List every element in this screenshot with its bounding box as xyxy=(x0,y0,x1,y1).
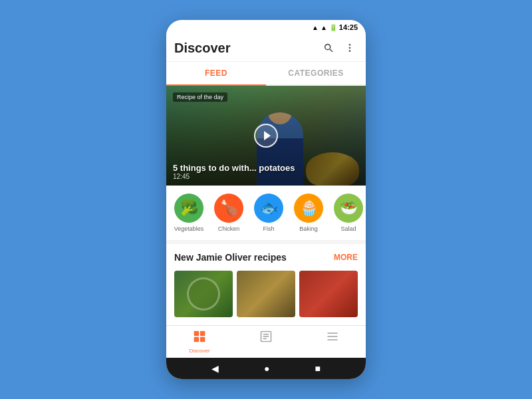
recipe-thumb-2[interactable] xyxy=(237,271,295,317)
signal-icon: ▲ xyxy=(321,24,327,31)
recipes-section-title: New Jamie Oliver recipes xyxy=(174,252,287,263)
menu-nav-icon xyxy=(326,330,339,343)
category-chicken[interactable]: 🍗 Chicken xyxy=(211,194,246,232)
battery-icon: 🔋 xyxy=(329,24,337,31)
category-fish-icon: 🐟 xyxy=(254,194,283,223)
recipe-badge: Recipe of the day xyxy=(173,92,227,102)
app-title: Discover xyxy=(174,41,231,56)
category-baking[interactable]: 🧁 Baking xyxy=(291,194,326,232)
bottom-nav: Discover xyxy=(166,325,366,358)
status-icons: ▲ ▲ 🔋 14:25 xyxy=(312,23,358,31)
nav-recipes[interactable] xyxy=(233,330,299,354)
hero-title: 5 things to do with... potatoes xyxy=(173,163,295,173)
svg-point-3 xyxy=(349,47,351,49)
android-nav: ◀ ● ■ xyxy=(166,358,366,379)
svg-rect-6 xyxy=(200,331,205,336)
svg-rect-5 xyxy=(194,331,200,336)
svg-point-0 xyxy=(325,45,331,50)
back-button[interactable]: ◀ xyxy=(211,363,219,374)
category-salad-icon: 🥗 xyxy=(334,194,363,223)
recipes-icon xyxy=(259,330,273,346)
tab-feed[interactable]: FEED xyxy=(166,62,266,86)
svg-rect-7 xyxy=(194,337,200,342)
category-salad[interactable]: 🥗 Salad xyxy=(331,194,366,232)
wifi-icon: ▲ xyxy=(312,24,319,31)
category-chicken-label: Chicken xyxy=(218,225,240,232)
category-vegetables-label: Vegetables xyxy=(174,225,204,232)
recipes-section-header: New Jamie Oliver recipes MORE xyxy=(166,244,366,267)
hero-text: 5 things to do with... potatoes 12:45 xyxy=(173,163,295,180)
svg-line-1 xyxy=(330,49,332,52)
more-button[interactable]: MORE xyxy=(334,253,358,262)
hero-duration: 12:45 xyxy=(173,173,295,180)
svg-rect-8 xyxy=(200,337,205,342)
category-baking-label: Baking xyxy=(299,225,318,232)
category-vegetables[interactable]: 🥦 Vegetables xyxy=(172,194,206,232)
nav-discover-label: Discover xyxy=(189,348,209,354)
hero-video[interactable]: Recipe of the day 5 things to do with...… xyxy=(166,86,366,186)
recipe-thumb-1[interactable] xyxy=(174,271,233,317)
discover-icon xyxy=(193,330,206,346)
categories-row: 🥦 Vegetables 🍗 Chicken 🐟 Fish 🧁 xyxy=(166,186,366,240)
app-bar: Discover xyxy=(166,35,366,62)
nav-menu[interactable] xyxy=(299,330,366,354)
category-fish[interactable]: 🐟 Fish xyxy=(251,194,286,232)
search-button[interactable] xyxy=(321,40,336,56)
recent-button[interactable]: ■ xyxy=(315,363,321,374)
recipe-thumb-3[interactable] xyxy=(299,271,358,317)
play-icon xyxy=(264,131,271,140)
tab-bar: FEED CATEGORIES xyxy=(166,62,366,86)
category-vegetables-icon: 🥦 xyxy=(174,194,203,223)
category-baking-icon: 🧁 xyxy=(294,194,323,223)
recipes-grid xyxy=(166,267,366,325)
app-bar-actions xyxy=(321,40,358,56)
more-dots-icon xyxy=(344,43,355,53)
discover-nav-icon xyxy=(193,330,206,343)
nav-discover[interactable]: Discover xyxy=(166,330,233,354)
category-chicken-icon: 🍗 xyxy=(214,194,243,223)
status-time: 14:25 xyxy=(339,23,358,31)
tab-categories[interactable]: CATEGORIES xyxy=(266,62,366,84)
menu-icon xyxy=(326,330,339,346)
search-icon xyxy=(323,43,334,53)
more-button[interactable] xyxy=(342,40,358,56)
scroll-content[interactable]: Recipe of the day 5 things to do with...… xyxy=(166,86,366,325)
thumb-overlay xyxy=(187,277,220,311)
recipes-nav-icon xyxy=(259,330,273,343)
category-fish-label: Fish xyxy=(263,225,274,232)
home-button[interactable]: ● xyxy=(264,363,269,374)
phone-frame: ▲ ▲ 🔋 14:25 Discover xyxy=(166,20,366,379)
svg-point-4 xyxy=(349,50,351,52)
category-salad-label: Salad xyxy=(340,225,356,232)
play-button[interactable] xyxy=(254,124,278,148)
svg-point-2 xyxy=(349,44,351,46)
status-bar: ▲ ▲ 🔋 14:25 xyxy=(166,20,366,35)
